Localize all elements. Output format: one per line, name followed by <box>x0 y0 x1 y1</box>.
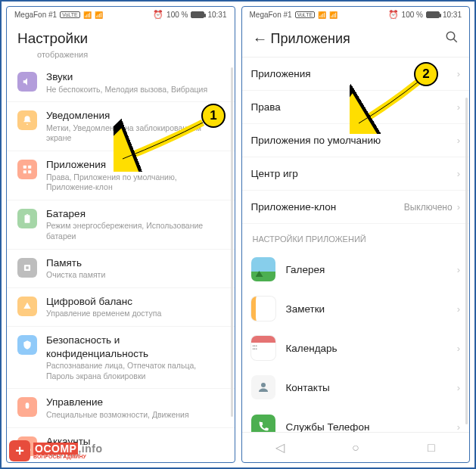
settings-row-balance[interactable]: Цифровой баланс Управление временем дост… <box>7 288 235 327</box>
row-label: Центр игр <box>251 168 457 179</box>
app-row-notes[interactable]: Заметки› <box>242 289 470 328</box>
scrollbar[interactable] <box>465 98 468 424</box>
phone-settings: MegaFon #1 VoLTE 📶 📶 ⏰ 100 % 10:31 Настр… <box>6 6 235 463</box>
app-row-contacts[interactable]: Контакты› <box>242 368 470 407</box>
chevron-icon: › <box>457 303 460 315</box>
memory-icon <box>17 258 37 278</box>
chevron-icon: › <box>457 101 460 113</box>
row-subtitle: Права, Приложения по умолчанию, Приложен… <box>46 172 224 193</box>
control-icon <box>17 397 37 417</box>
settings-row-security[interactable]: Безопасность и конфиденциальность Распоз… <box>7 327 235 389</box>
page-title: Настройки <box>17 30 224 47</box>
callout-arrow-2 <box>350 73 425 134</box>
row-label: Приложения по умолчанию <box>251 135 457 146</box>
app-label: Контакты <box>286 382 446 393</box>
row-title: Управление <box>46 396 224 409</box>
logo-text-2: .info <box>78 443 102 455</box>
row-title: Безопасность и конфиденциальность <box>46 334 224 360</box>
svg-point-11 <box>261 383 266 387</box>
app-row-gallery[interactable]: Галерея› <box>242 250 470 289</box>
contacts-app-icon <box>251 375 275 399</box>
callout-arrow-1 <box>114 115 212 172</box>
svg-rect-4 <box>25 215 30 223</box>
callout-badge-1: 1 <box>201 104 226 128</box>
chevron-icon: › <box>457 135 460 146</box>
nav-recent[interactable]: □ <box>394 433 469 462</box>
nav-home[interactable]: ○ <box>318 433 394 462</box>
menu-row[interactable]: Приложение-клонВыключено› <box>242 191 470 224</box>
gallery-app-icon <box>251 257 275 281</box>
section-header: НАСТРОЙКИ ПРИЛОЖЕНИЙ <box>242 224 470 250</box>
bell-icon <box>17 110 37 130</box>
carrier-label: MegaFon #1 <box>14 11 57 19</box>
app-label: Календарь <box>286 343 446 354</box>
battery-icon <box>191 11 204 18</box>
page-header: ← Приложения <box>242 23 470 57</box>
row-title: Звуки <box>46 70 224 84</box>
site-logo: + OCOMP.info ВОПРОСЫ АДМИНУ <box>9 440 102 461</box>
row-title: Цифровой баланс <box>46 295 224 309</box>
row-value: Выключено <box>404 202 453 213</box>
row-subtitle: Управление временем доступа <box>46 309 224 319</box>
chevron-icon: › <box>457 343 460 354</box>
svg-rect-5 <box>26 214 28 215</box>
app-label: Службы Телефон <box>286 421 446 433</box>
row-subtitle: Специальные возможности, Движения <box>46 410 224 421</box>
navbar: ◁ ○ □ <box>242 432 470 462</box>
settings-row-control[interactable]: Управление Специальные возможности, Движ… <box>7 389 235 427</box>
volte-icon: VoLTE <box>60 11 80 18</box>
wifi-icon: 📶 <box>329 11 338 19</box>
chevron-icon: › <box>457 264 460 275</box>
row-title: Память <box>46 256 224 270</box>
phone-app-icon <box>251 415 275 432</box>
statusbar: MegaFon #1 VoLTE 📶 📶 ⏰ 100 % 10:31 <box>242 7 470 23</box>
app-row-calendar[interactable]: ••••••Календарь› <box>242 328 470 368</box>
page-title: Приложения <box>271 31 446 47</box>
alarm-icon: ⏰ <box>153 10 163 20</box>
chevron-icon: › <box>457 421 460 433</box>
settings-row-memory[interactable]: Память Очистка памяти <box>7 250 235 288</box>
logo-subtitle: ВОПРОСЫ АДМИНУ <box>33 454 102 459</box>
app-row-phone[interactable]: Службы Телефон› <box>242 407 470 432</box>
signal-icon: 📶 <box>318 11 326 19</box>
back-icon[interactable]: ← <box>253 30 271 48</box>
svg-line-10 <box>453 39 457 42</box>
carrier-label: MegaFon #1 <box>250 11 292 19</box>
row-subtitle: Распознавание лица, Отпечаток пальца, Па… <box>46 361 224 381</box>
svg-rect-3 <box>28 170 31 173</box>
battery-icon <box>426 11 440 18</box>
nav-back[interactable]: ◁ <box>242 433 318 462</box>
settings-row-battery[interactable]: Батарея Режим энергосбережения, Использо… <box>7 200 235 250</box>
svg-point-9 <box>446 32 455 40</box>
svg-rect-0 <box>23 166 26 169</box>
chevron-icon: › <box>457 382 460 393</box>
battery-icon <box>17 209 37 228</box>
svg-rect-1 <box>28 166 31 169</box>
svg-rect-7 <box>26 266 29 269</box>
battery-pct: 100 % <box>166 11 188 19</box>
menu-row[interactable]: Центр игр› <box>242 157 470 191</box>
app-label: Галерея <box>286 264 446 275</box>
chevron-icon: › <box>457 68 460 79</box>
app-label: Заметки <box>286 303 446 315</box>
volte-icon: VoLTE <box>295 11 316 18</box>
notes-app-icon <box>251 297 275 321</box>
sounds-icon <box>17 72 37 92</box>
page-header: Настройки <box>7 23 235 50</box>
settings-row-sounds[interactable]: Звуки Не беспокоить, Мелодия вызова, Виб… <box>7 64 235 102</box>
row-subtitle: Очистка памяти <box>46 270 224 281</box>
statusbar: MegaFon #1 VoLTE 📶 📶 ⏰ 100 % 10:31 <box>7 7 235 23</box>
scrollbar[interactable] <box>231 67 233 417</box>
signal-icon: 📶 <box>83 11 92 19</box>
search-icon[interactable] <box>445 30 459 48</box>
battery-pct: 100 % <box>402 11 423 19</box>
balance-icon <box>17 297 37 316</box>
wifi-icon: 📶 <box>95 11 103 19</box>
row-label: Приложение-клон <box>251 201 404 213</box>
alarm-icon: ⏰ <box>388 10 399 20</box>
apps-icon <box>17 160 37 179</box>
subhead: отображения <box>7 50 235 64</box>
logo-text-1: OCOMP <box>33 443 78 455</box>
clock: 10:31 <box>207 11 226 19</box>
chevron-icon: › <box>457 168 460 179</box>
